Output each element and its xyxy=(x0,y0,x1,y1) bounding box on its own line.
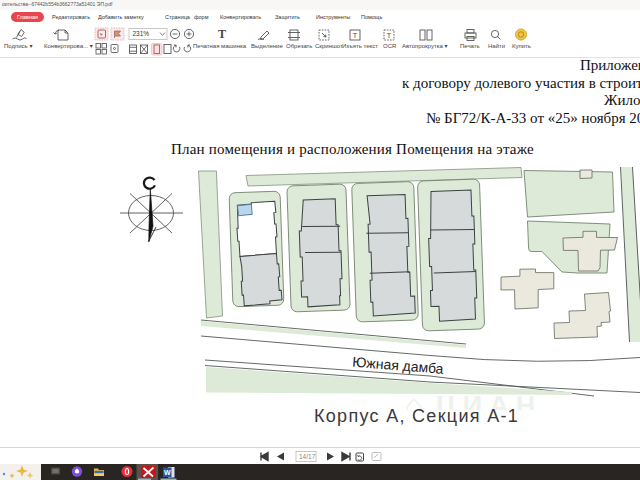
svg-text:T: T xyxy=(353,31,358,40)
svg-text:T: T xyxy=(387,31,392,40)
svg-text:T: T xyxy=(218,27,226,41)
svg-text:231%: 231% xyxy=(133,30,150,37)
svg-text:W: W xyxy=(164,469,171,476)
svg-text:14/17: 14/17 xyxy=(299,453,316,460)
